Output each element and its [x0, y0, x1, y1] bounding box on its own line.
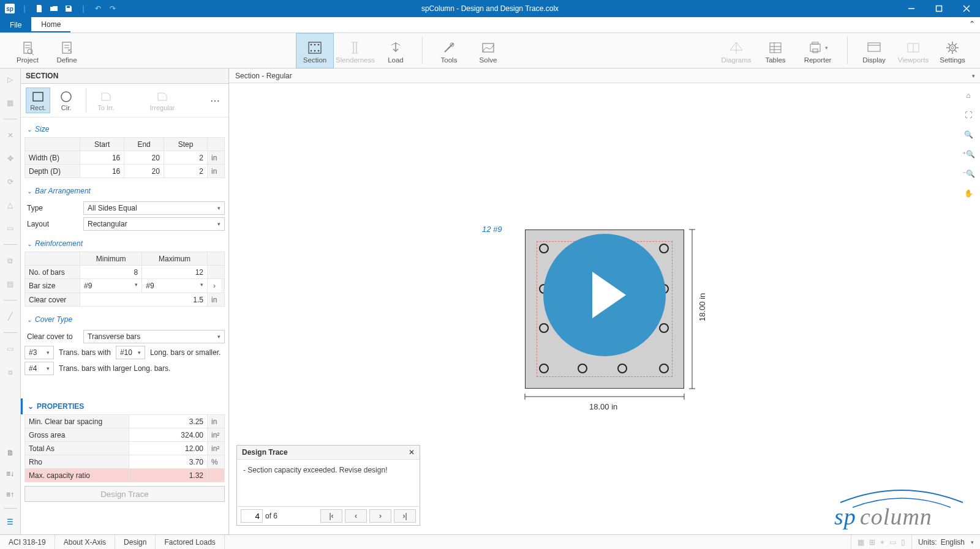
save-icon[interactable] — [61, 0, 76, 17]
status-code[interactable]: ACI 318-19 — [0, 535, 55, 549]
cover-type-toggle[interactable]: ⌄ Cover Type — [24, 312, 225, 327]
zoom-out-icon[interactable]: ⁻🔍 — [960, 166, 976, 181]
status-loads[interactable]: Factored Loads — [156, 535, 224, 549]
close-button[interactable] — [952, 0, 980, 17]
grid-icon[interactable]: ▦ — [3, 95, 18, 110]
fit-view-icon[interactable]: ⛶ — [960, 108, 976, 122]
rotate-icon[interactable]: ⟳ — [3, 174, 18, 189]
trans1-size-select[interactable]: #3▾ — [24, 346, 54, 359]
gross-area-unit: in² — [208, 428, 225, 442]
depth-end-input[interactable]: 20 — [124, 165, 164, 178]
status-snap-icon[interactable]: ⌖ — [880, 538, 884, 547]
reinforcement-toggle[interactable]: ⌄ Reinforcement — [24, 236, 225, 252]
pan-icon[interactable]: ✋ — [960, 186, 976, 201]
undo-icon[interactable]: ↶ — [91, 0, 105, 17]
next-page-button[interactable]: › — [369, 509, 391, 523]
mirror-icon[interactable]: △ — [3, 198, 18, 212]
shape-rect-button[interactable]: Rect. — [26, 88, 50, 113]
new-file-icon[interactable] — [32, 0, 47, 17]
zoom-window-icon[interactable]: 🔍 — [960, 127, 976, 142]
canvas-body[interactable]: ⌂ ⛶ 🔍 ⁺🔍 ⁻🔍 ✋ 12 #9 — [229, 83, 980, 534]
status-grid-icon[interactable]: ⊞ — [869, 538, 875, 547]
width-step-input[interactable]: 2 — [164, 151, 207, 165]
app-icon[interactable]: sp — [2, 0, 17, 17]
collapse-ribbon-icon[interactable]: ⌃ — [969, 20, 975, 28]
section-button[interactable]: Section — [296, 33, 334, 69]
canvas-dropdown-icon[interactable]: ▾ — [972, 73, 975, 79]
clearcover-input[interactable]: 1.5 — [80, 293, 208, 307]
play-button[interactable] — [543, 234, 666, 356]
width-end-input[interactable]: 20 — [124, 151, 164, 165]
status-layers-icon[interactable]: ▦ — [858, 538, 864, 547]
barsize-next-button[interactable]: › — [208, 279, 221, 293]
tools-button[interactable]: Tools — [430, 33, 468, 69]
size-table: Start End Step Width (B) 16 20 2 in Dept… — [24, 137, 225, 178]
redo-icon[interactable]: ↷ — [105, 0, 120, 17]
nbars-max-input[interactable]: 12 — [142, 266, 208, 279]
rect-icon — [31, 91, 45, 103]
move-icon[interactable]: ✥ — [3, 151, 18, 166]
first-page-button[interactable]: |‹ — [320, 509, 342, 523]
type-select[interactable]: All Sides Equal ▾ — [83, 201, 225, 215]
trans1-size-value: #3 — [29, 348, 37, 357]
pointer-icon[interactable]: ▷ — [3, 72, 18, 87]
close-icon[interactable]: ✕ — [409, 448, 415, 457]
width-start-input[interactable]: 16 — [80, 151, 124, 165]
tab-home[interactable]: Home — [31, 17, 70, 32]
layout-select[interactable]: Rectangular ▾ — [83, 217, 225, 231]
tab-file[interactable]: File — [0, 17, 31, 32]
barsize-min-select[interactable]: #9▾ — [80, 279, 142, 293]
page-input[interactable] — [241, 509, 263, 523]
properties-toggle[interactable]: ⌄ PROPERTIES — [21, 398, 225, 414]
depth-step-input[interactable]: 2 — [164, 165, 207, 178]
indent-icon[interactable]: ≡↓ — [3, 466, 18, 481]
chevron-down-icon: ⌄ — [28, 402, 34, 411]
open-file-icon[interactable] — [47, 0, 61, 17]
home-view-icon[interactable]: ⌂ — [960, 88, 976, 103]
status-axis[interactable]: About X-Axis — [55, 535, 115, 549]
outdent-icon[interactable]: ≡↑ — [3, 487, 18, 502]
trans2-size-select[interactable]: #4▾ — [24, 362, 54, 375]
project-button[interactable]: Project — [9, 33, 47, 69]
svg-rect-29 — [770, 43, 781, 53]
size-section-toggle[interactable]: ⌄ Size — [24, 121, 225, 137]
nbars-min-input[interactable]: 8 — [80, 266, 142, 279]
copy-icon[interactable]: ⧉ — [3, 253, 18, 268]
note-icon[interactable]: 🗎 — [3, 446, 18, 460]
layers-icon[interactable]: ▤ — [3, 277, 18, 291]
status-tile-icon[interactable]: ▭ — [889, 538, 896, 547]
menu-icon[interactable]: ☰ — [3, 515, 18, 529]
delete-icon[interactable]: ✕ — [3, 128, 18, 143]
load-button[interactable]: Load — [377, 33, 415, 69]
clipboard-icon[interactable]: ▭ — [3, 342, 18, 356]
long1-size-select[interactable]: #10▾ — [116, 346, 145, 359]
long1-size-value: #10 — [120, 348, 132, 357]
toirr-icon — [99, 91, 113, 103]
zoom-in-icon[interactable]: ⁺🔍 — [960, 147, 976, 162]
solve-button[interactable]: Solve — [469, 33, 507, 69]
reporter-button[interactable]: ▾ Reporter — [796, 33, 840, 69]
tables-button[interactable]: Tables — [756, 33, 794, 69]
maximize-button[interactable] — [925, 0, 952, 17]
depth-start-input[interactable]: 16 — [80, 165, 124, 178]
minimize-button[interactable] — [897, 0, 925, 17]
status-mode[interactable]: Design — [115, 535, 156, 549]
type-value: All Sides Equal — [88, 204, 137, 212]
last-page-button[interactable]: ›| — [394, 509, 416, 523]
bar-arrangement-toggle[interactable]: ⌄ Bar Arrangement — [24, 183, 225, 199]
settings-button[interactable]: Settings — [933, 33, 971, 69]
paste-icon[interactable]: ▭ — [3, 221, 18, 236]
clearcover-to-select[interactable]: Transverse bars ▾ — [83, 330, 225, 343]
shape-circle-button[interactable]: Cir. — [54, 88, 78, 113]
barsize-max-select[interactable]: #9▾ — [142, 279, 208, 293]
status-view-icon[interactable]: ▯ — [901, 538, 905, 547]
ungroup-icon[interactable]: ⧈ — [3, 365, 18, 379]
svg-rect-15 — [309, 42, 321, 53]
display-button[interactable]: Display — [855, 33, 893, 69]
shape-overflow-button[interactable]: ⋯ — [206, 95, 224, 106]
status-units[interactable]: Units: English ▾ — [912, 538, 980, 547]
dim-v-label: 18.00 in — [698, 293, 707, 321]
define-button[interactable]: Define — [48, 33, 86, 69]
prev-page-button[interactable]: ‹ — [345, 509, 367, 523]
line-icon[interactable]: ╱ — [3, 309, 18, 324]
